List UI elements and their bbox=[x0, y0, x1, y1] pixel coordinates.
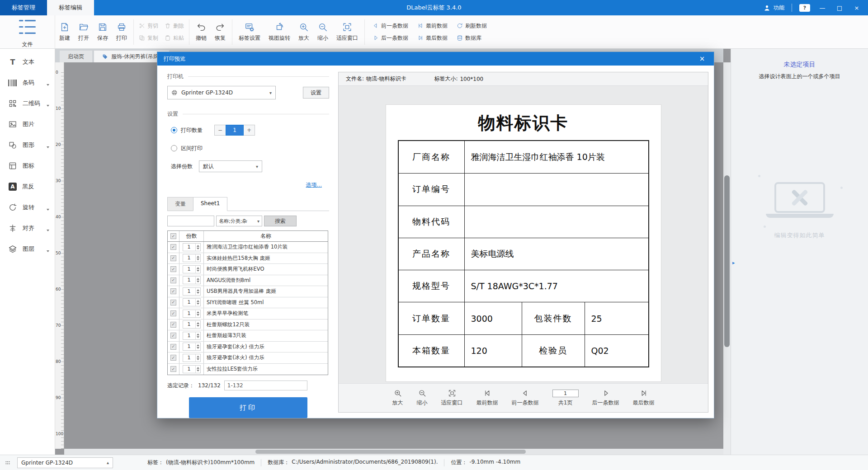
table-row[interactable]: 1 SIYI润滑啫喱 丝翼 50ml bbox=[168, 297, 328, 309]
row-checkbox[interactable] bbox=[170, 344, 176, 350]
quantity-plus-button[interactable]: + bbox=[243, 125, 255, 136]
row-checkbox[interactable] bbox=[170, 366, 176, 372]
select-all-checkbox[interactable] bbox=[170, 233, 176, 239]
panel-collapse-arrow-icon[interactable]: ▸ bbox=[732, 260, 735, 266]
copies-spinner[interactable]: 1 bbox=[183, 320, 201, 329]
copies-spinner[interactable]: 1 bbox=[183, 354, 201, 362]
preview-zoom-in-button[interactable]: 放大 bbox=[392, 389, 403, 407]
tool-icon[interactable]: 图标 bbox=[0, 155, 55, 176]
row-checkbox[interactable] bbox=[170, 322, 176, 328]
tab-label-manage[interactable]: 标签管理 bbox=[0, 0, 47, 15]
quantity-minus-button[interactable]: − bbox=[214, 125, 226, 136]
row-checkbox[interactable] bbox=[170, 277, 176, 283]
tool-shape[interactable]: 图形 bbox=[0, 135, 55, 155]
view-rotate-button[interactable]: 视图旋转 bbox=[264, 22, 294, 42]
label-settings-button[interactable]: 标签设置 bbox=[235, 22, 264, 42]
spinner-up-icon[interactable] bbox=[197, 356, 199, 357]
horizontal-scrollbar[interactable] bbox=[64, 449, 723, 455]
printer-select[interactable]: Gprinter GP-1324D ▾ bbox=[167, 86, 276, 99]
maximize-button[interactable]: □ bbox=[835, 5, 844, 11]
tool-layers[interactable]: 图层 bbox=[0, 239, 55, 259]
spinner-up-icon[interactable] bbox=[197, 322, 199, 324]
delete-button[interactable]: 删除 bbox=[162, 22, 187, 30]
spinner-down-icon[interactable] bbox=[197, 336, 199, 338]
table-row[interactable]: 1 杜蕾斯超薄3只装 bbox=[168, 330, 328, 342]
vscroll-thumb[interactable] bbox=[724, 175, 730, 347]
range-print-radio[interactable] bbox=[171, 145, 177, 151]
new-button[interactable]: 新建 bbox=[55, 22, 74, 42]
spinner-up-icon[interactable] bbox=[197, 334, 199, 335]
preview-canvas[interactable]: 物料标识卡 厂商名称 雅润海洁卫生湿巾红袖添香 10片装 订单编号 物料代码 bbox=[339, 86, 708, 383]
print-quantity-radio[interactable] bbox=[171, 127, 177, 133]
spinner-down-icon[interactable] bbox=[197, 358, 199, 360]
copies-spinner[interactable]: 1 bbox=[183, 287, 201, 296]
preview-first-button[interactable]: 最前数据 bbox=[476, 389, 498, 407]
print-confirm-button[interactable]: 打印 bbox=[189, 397, 307, 418]
copies-select[interactable]: 默认 ▾ bbox=[199, 160, 262, 172]
table-row[interactable]: 1 米奥早早孕检测笔 bbox=[168, 308, 328, 320]
table-row[interactable]: 1 杜蕾斯螺纹12只装 bbox=[168, 320, 328, 331]
tool-image[interactable]: 图片 bbox=[0, 114, 55, 135]
database-button[interactable]: 数据库 bbox=[454, 34, 490, 42]
spinner-down-icon[interactable] bbox=[197, 325, 199, 327]
record-range-input[interactable]: 1-132 bbox=[224, 381, 307, 390]
row-checkbox[interactable] bbox=[170, 244, 176, 250]
spinner-down-icon[interactable] bbox=[197, 270, 199, 272]
row-checkbox[interactable] bbox=[170, 333, 176, 338]
spinner-down-icon[interactable] bbox=[197, 303, 199, 305]
spinner-down-icon[interactable] bbox=[197, 370, 199, 371]
spinner-up-icon[interactable] bbox=[197, 289, 199, 291]
dialog-close-button[interactable]: × bbox=[697, 55, 708, 63]
tab-start-page[interactable]: 启动页 bbox=[60, 51, 92, 62]
vertical-scrollbar[interactable] bbox=[723, 62, 731, 455]
spinner-up-icon[interactable] bbox=[197, 278, 199, 280]
tool-align[interactable]: 对齐 bbox=[0, 218, 55, 239]
fit-window-button[interactable]: 适应窗口 bbox=[332, 22, 362, 42]
cut-button[interactable]: 剪切 bbox=[136, 22, 161, 30]
row-checkbox[interactable] bbox=[170, 355, 176, 361]
search-button[interactable]: 搜索 bbox=[264, 216, 297, 226]
tool-invert[interactable]: A 黑反 bbox=[0, 176, 55, 197]
copies-spinner[interactable]: 1 bbox=[183, 298, 201, 306]
spinner-down-icon[interactable] bbox=[197, 248, 199, 249]
redo-button[interactable]: 恢复 bbox=[211, 22, 230, 42]
tool-rotate[interactable]: 旋转 bbox=[0, 197, 55, 218]
table-row[interactable]: 1 狼牙避孕套(冰火) 倍力乐 bbox=[168, 352, 328, 364]
spinner-down-icon[interactable] bbox=[197, 347, 199, 349]
spinner-up-icon[interactable] bbox=[197, 300, 199, 302]
spinner-up-icon[interactable] bbox=[197, 344, 199, 346]
table-row[interactable]: 1 雅润海洁卫生湿巾红袖添香 10片装 bbox=[168, 242, 328, 253]
zoom-out-button[interactable]: 缩小 bbox=[313, 22, 332, 42]
spinner-down-icon[interactable] bbox=[197, 258, 199, 260]
first-data-button[interactable]: 最前数据 bbox=[415, 22, 450, 30]
statusbar-printer-select[interactable]: Gprinter GP-1324D ▴ bbox=[17, 457, 113, 468]
preview-last-button[interactable]: 最后数据 bbox=[633, 389, 655, 407]
prev-data-button[interactable]: 前一条数据 bbox=[370, 22, 411, 30]
preview-next-button[interactable]: 后一条数据 bbox=[592, 389, 619, 407]
tool-barcode[interactable]: 条码 bbox=[0, 72, 55, 93]
page-number-input[interactable]: 1 bbox=[552, 390, 579, 397]
copies-spinner[interactable]: 1 bbox=[183, 343, 201, 351]
row-checkbox[interactable] bbox=[170, 255, 176, 261]
undo-button[interactable]: 撤销 bbox=[192, 22, 211, 42]
spinner-up-icon[interactable] bbox=[197, 245, 199, 247]
file-menu-button[interactable]: 文件 bbox=[0, 15, 55, 48]
spinner-down-icon[interactable] bbox=[197, 314, 199, 316]
paste-button[interactable]: 粘贴 bbox=[162, 34, 187, 42]
tab-variables[interactable]: 变量 bbox=[167, 197, 193, 211]
print-button[interactable]: 打印 bbox=[112, 22, 131, 42]
tab-label-edit[interactable]: 标签编辑 bbox=[47, 0, 94, 15]
quantity-value[interactable]: 1 bbox=[226, 125, 244, 136]
table-row[interactable]: 1 USB男用器具专用加温棒 庞姬 bbox=[168, 286, 328, 297]
help-button[interactable]: ? bbox=[799, 4, 810, 12]
search-filter-select[interactable]: 名称;分类;杂 ▾ bbox=[216, 216, 262, 226]
preview-prev-button[interactable]: 前一条数据 bbox=[512, 389, 539, 407]
table-row[interactable]: 1 女性拉拉LES套倍力乐 bbox=[168, 364, 328, 375]
last-data-button[interactable]: 最后数据 bbox=[415, 34, 450, 42]
open-button[interactable]: 打开 bbox=[74, 22, 93, 42]
table-row[interactable]: 1 ANGUS润滑剂8ml bbox=[168, 275, 328, 287]
copies-spinner[interactable]: 1 bbox=[183, 276, 201, 284]
spinner-down-icon[interactable] bbox=[197, 292, 199, 294]
copies-spinner[interactable]: 1 bbox=[183, 310, 201, 318]
spinner-up-icon[interactable] bbox=[197, 267, 199, 269]
